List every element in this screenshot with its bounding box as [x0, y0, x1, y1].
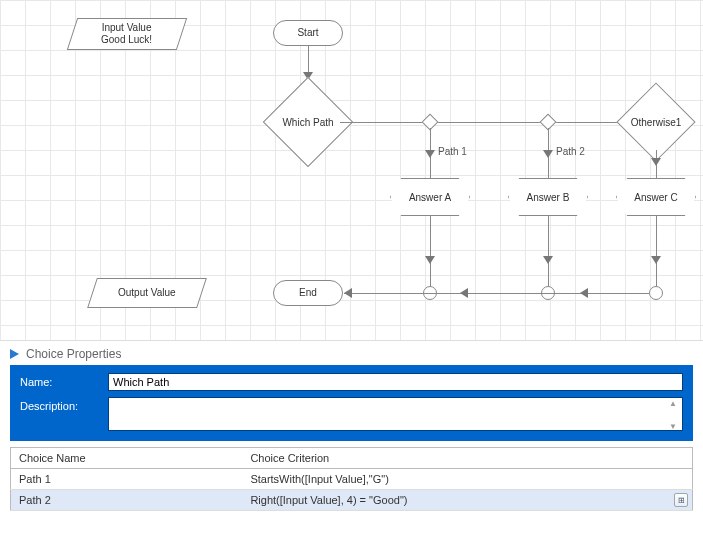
connector	[430, 216, 431, 286]
arrowhead-left-icon	[344, 288, 352, 298]
node-answer-b-label: Answer B	[527, 192, 570, 203]
cell-choice-criterion-text: Right([Input Value], 4) = "Good")	[250, 494, 407, 506]
node-end-label: End	[299, 287, 317, 299]
play-icon	[8, 348, 20, 360]
node-answer-a-label: Answer A	[409, 192, 451, 203]
node-answer-a[interactable]: Answer A	[390, 178, 470, 216]
arrowhead-down-icon	[651, 158, 661, 166]
join-circle-icon	[649, 286, 663, 300]
description-input[interactable]	[108, 397, 683, 431]
arrowhead-down-icon	[543, 256, 553, 264]
table-row[interactable]: Path 2 Right([Input Value], 4) = "Good")…	[11, 490, 693, 511]
properties-panel-title: Choice Properties	[26, 347, 121, 361]
arrowhead-down-icon	[651, 256, 661, 264]
node-answer-c[interactable]: Answer C	[616, 178, 696, 216]
arrowhead-down-icon	[425, 256, 435, 264]
arrowhead-down-icon	[425, 150, 435, 158]
connector	[344, 293, 649, 294]
node-input-value-label: Input ValueGood Luck!	[101, 22, 152, 46]
node-end[interactable]: End	[273, 280, 343, 306]
field-label-name: Name:	[20, 373, 100, 388]
connector	[656, 216, 657, 286]
properties-form: Name: Description: ▲▼	[10, 365, 693, 441]
flowchart-canvas[interactable]: Input ValueGood Luck! Start Which Path O…	[0, 0, 703, 340]
connector	[548, 216, 549, 286]
arrowhead-left-icon	[580, 288, 588, 298]
node-start[interactable]: Start	[273, 20, 343, 46]
node-answer-b[interactable]: Answer B	[508, 178, 588, 216]
edge-label-path2: Path 2	[556, 146, 585, 157]
node-decision-which-path[interactable]: Which Path	[276, 90, 340, 154]
scroll-spinner-icon[interactable]: ▲▼	[669, 399, 681, 431]
properties-panel-header: Choice Properties	[0, 340, 703, 365]
arrowhead-left-icon	[460, 288, 468, 298]
svg-marker-0	[10, 349, 19, 359]
node-otherwise-label: Otherwise1	[631, 117, 682, 128]
node-start-label: Start	[297, 27, 318, 39]
arrowhead-down-icon	[543, 150, 553, 158]
cell-choice-name[interactable]: Path 2	[11, 490, 243, 511]
cell-choice-name[interactable]: Path 1	[11, 469, 243, 490]
table-header-row: Choice Name Choice Criterion	[11, 448, 693, 469]
table-row[interactable]: Path 1 StartsWith([Input Value],"G")	[11, 469, 693, 490]
node-input-value[interactable]: Input ValueGood Luck!	[67, 18, 187, 50]
field-label-description: Description:	[20, 397, 100, 412]
connector	[340, 122, 660, 123]
edge-label-path1: Path 1	[438, 146, 467, 157]
expression-editor-icon[interactable]: ⊞	[674, 493, 688, 507]
node-output-value[interactable]: Output Value	[87, 278, 207, 308]
cell-choice-criterion[interactable]: StartsWith([Input Value],"G")	[242, 469, 692, 490]
col-header-choice-name: Choice Name	[11, 448, 243, 469]
node-answer-c-label: Answer C	[634, 192, 677, 203]
cell-choice-criterion[interactable]: Right([Input Value], 4) = "Good") ⊞	[242, 490, 692, 511]
node-output-value-label: Output Value	[118, 287, 176, 299]
node-otherwise[interactable]: Otherwise1	[628, 94, 684, 150]
name-input[interactable]	[108, 373, 683, 391]
col-header-choice-criterion: Choice Criterion	[242, 448, 692, 469]
choice-table[interactable]: Choice Name Choice Criterion Path 1 Star…	[10, 447, 693, 511]
node-decision-label: Which Path	[282, 117, 333, 128]
